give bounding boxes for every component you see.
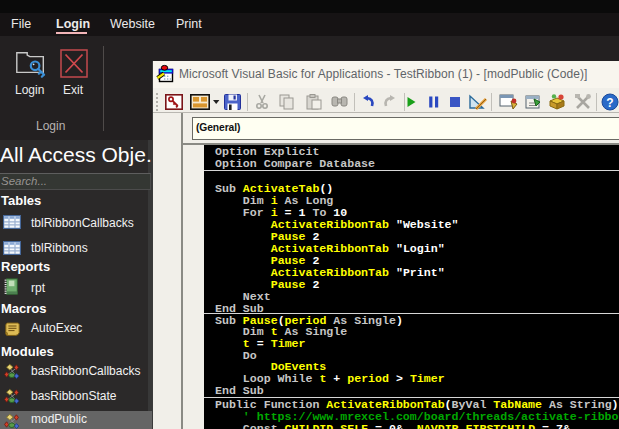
- svg-text:?: ?: [606, 96, 613, 110]
